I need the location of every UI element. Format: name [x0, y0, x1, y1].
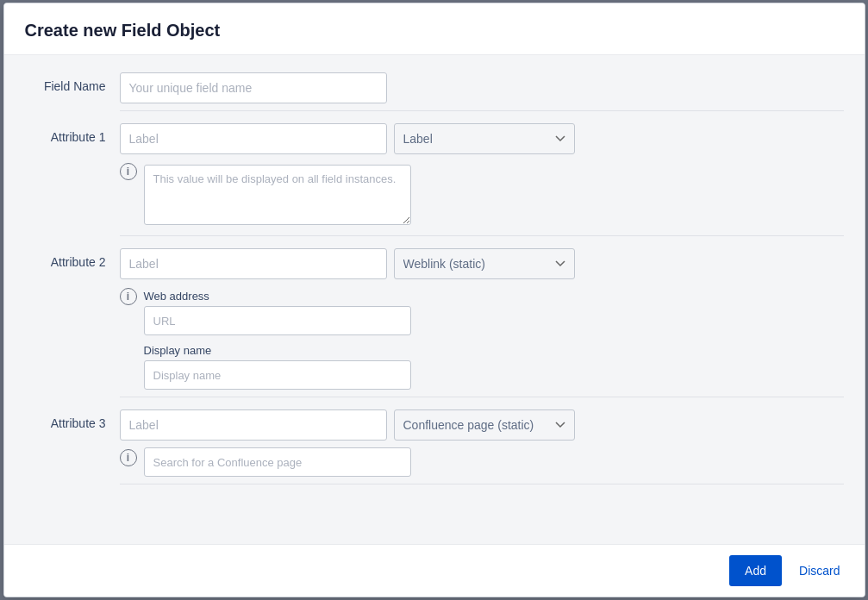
attribute2-info-icon: i [120, 288, 137, 305]
attribute2-row: Attribute 2 Weblink (static) Weblink (dy… [25, 248, 844, 279]
attribute3-controls: Confluence page (static) Confluence page… [120, 409, 844, 441]
attribute1-input[interactable] [120, 123, 387, 154]
confluence-search-input[interactable] [144, 447, 411, 477]
attribute1-select[interactable]: Label Text Number Date [394, 123, 575, 154]
attribute2-input[interactable] [120, 248, 387, 279]
attribute1-label: Attribute 1 [25, 123, 120, 144]
attribute1-hint-section: i [120, 161, 844, 228]
attribute3-label: Attribute 3 [25, 409, 120, 430]
attribute3-input[interactable] [120, 409, 387, 441]
attribute1-hint-textarea[interactable] [144, 165, 411, 225]
display-name-input[interactable] [144, 360, 411, 390]
attribute3-hint-row: i [120, 447, 844, 477]
divider-3 [120, 397, 844, 397]
dialog-footer: Add Discard [4, 544, 865, 597]
attribute1-row: Attribute 1 Label Text Number Date [25, 123, 844, 154]
field-name-controls [120, 72, 844, 103]
field-name-input[interactable] [120, 72, 387, 103]
divider-2 [120, 235, 844, 236]
attribute1-info-icon: i [120, 163, 137, 180]
divider-4 [120, 484, 844, 484]
attribute2-controls: Weblink (static) Weblink (dynamic) Text … [120, 248, 844, 279]
attribute2-label: Attribute 2 [25, 248, 120, 269]
dialog: Create new Field Object Field Name Attri… [3, 3, 865, 597]
dialog-header: Create new Field Object [4, 3, 865, 55]
attribute2-select[interactable]: Weblink (static) Weblink (dynamic) Text … [394, 248, 575, 279]
attribute2-sub-content: Web address Display name [144, 286, 844, 390]
attribute3-info-icon: i [120, 449, 137, 466]
attribute3-row: Attribute 3 Confluence page (static) Con… [25, 409, 844, 441]
discard-button[interactable]: Discard [796, 557, 843, 584]
field-name-label: Field Name [25, 72, 120, 93]
display-name-label: Display name [144, 344, 844, 357]
attribute3-hint-section: i [120, 447, 844, 477]
attribute1-hint-content [144, 161, 844, 228]
attribute2-hint-row: i Web address Display name [120, 286, 844, 390]
attribute2-hint-section: i Web address Display name [120, 286, 844, 390]
field-name-row: Field Name [25, 72, 844, 103]
attribute3-sub-content [144, 447, 844, 477]
dialog-body: Field Name Attribute 1 Label Text Number… [4, 55, 865, 544]
dialog-title: Create new Field Object [25, 21, 844, 41]
attribute1-controls: Label Text Number Date [120, 123, 844, 154]
url-input[interactable] [144, 306, 411, 335]
attribute1-hint-row: i [120, 161, 844, 228]
web-address-label: Web address [144, 290, 844, 303]
attribute3-select[interactable]: Confluence page (static) Confluence page… [394, 409, 575, 441]
divider-1 [120, 110, 844, 111]
add-button[interactable]: Add [729, 555, 782, 586]
